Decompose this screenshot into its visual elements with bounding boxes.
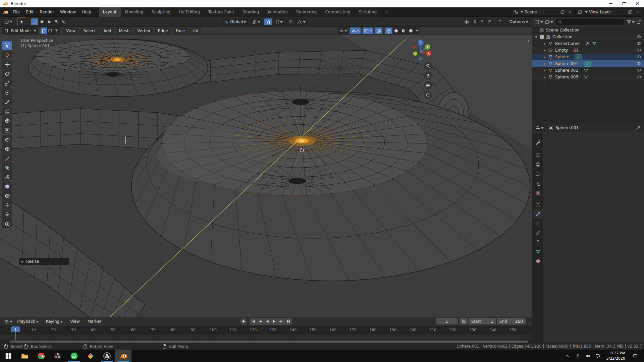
properties-tab-object-data[interactable] bbox=[533, 247, 543, 256]
select-option-extend[interactable] bbox=[38, 18, 46, 25]
mirror-axis-y[interactable]: Y bbox=[479, 18, 486, 25]
unlink-scene-icon[interactable]: × bbox=[567, 9, 573, 15]
timeline-menu-view[interactable]: View bbox=[67, 318, 83, 324]
shading-material-preview[interactable] bbox=[400, 27, 407, 34]
tool-knife[interactable] bbox=[2, 154, 12, 163]
mesh-data-icon[interactable] bbox=[584, 75, 588, 79]
view-layer-selector[interactable]: ▼ View Layer × bbox=[576, 9, 641, 15]
outliner-row-sphere-001[interactable]: ▶ ∇Sphere.001 bbox=[532, 60, 644, 67]
editor-type-button[interactable]: ▼ bbox=[2, 18, 14, 25]
tool-scale[interactable] bbox=[2, 78, 12, 87]
microphone-icon[interactable] bbox=[575, 353, 581, 359]
outliner-row-sphere-003[interactable]: ▶ ∇Sphere.003 bbox=[532, 74, 644, 80]
disclosure-icon[interactable]: ▶ bbox=[544, 49, 548, 52]
properties-tab-render[interactable] bbox=[533, 150, 543, 160]
outliner-row-empty[interactable]: ▶ Empty bbox=[532, 47, 644, 54]
use-preview-range-button[interactable] bbox=[460, 318, 468, 324]
close-button[interactable]: × bbox=[631, 0, 644, 7]
mesh-data-icon[interactable] bbox=[592, 41, 597, 46]
jump-to-prev-keyframe-button[interactable] bbox=[257, 318, 264, 325]
hide-eye-icon[interactable] bbox=[636, 48, 641, 53]
action-center-icon[interactable] bbox=[633, 353, 638, 359]
jump-to-start-button[interactable] bbox=[250, 318, 257, 325]
menu-file[interactable]: File bbox=[10, 8, 23, 16]
toggle-gizmos[interactable]: ▼ bbox=[350, 27, 361, 34]
shading-wireframe[interactable] bbox=[385, 27, 392, 34]
timeline-editor-type-button[interactable]: ▼ bbox=[2, 318, 14, 325]
collapse-region-icon[interactable]: ‹ bbox=[527, 38, 529, 44]
outliner-editor-type-button[interactable]: ▼ bbox=[534, 18, 544, 25]
pivot-point-dropdown[interactable]: ▼ bbox=[250, 18, 262, 25]
viewport-menu-view[interactable]: View bbox=[63, 28, 78, 34]
add-workspace-button[interactable]: + bbox=[381, 10, 393, 14]
workspace-tab-animation[interactable]: Animation bbox=[263, 7, 292, 17]
expand-icon[interactable]: ▶ bbox=[21, 260, 24, 263]
select-option-subtract[interactable] bbox=[46, 18, 53, 25]
tool-shear[interactable] bbox=[2, 210, 12, 219]
mesh-data-icon[interactable] bbox=[584, 68, 588, 73]
minimize-button[interactable] bbox=[604, 0, 617, 7]
mode-dropdown[interactable]: Edit Mode▼ bbox=[2, 27, 38, 34]
tool-poly-build[interactable] bbox=[2, 163, 12, 172]
scene-selector[interactable]: ▼ Scene × bbox=[511, 9, 574, 15]
mirror-axis-x[interactable]: X bbox=[471, 18, 479, 25]
viewport-canvas[interactable] bbox=[0, 35, 532, 317]
properties-tab-view-layer[interactable] bbox=[533, 169, 543, 178]
modifier-wrench-icon[interactable] bbox=[585, 41, 590, 46]
shading-solid[interactable] bbox=[392, 27, 400, 34]
properties-tab-object[interactable] bbox=[533, 200, 543, 209]
volume-icon[interactable] bbox=[585, 353, 591, 359]
tool-measure[interactable] bbox=[2, 107, 12, 116]
clock[interactable]: 8:27 PM 3/22/2020 bbox=[606, 351, 625, 361]
taskbar-davinci-resolve[interactable] bbox=[49, 350, 66, 362]
mirror-axis-z[interactable]: Z bbox=[486, 18, 493, 25]
proportional-editing-toggle[interactable] bbox=[286, 18, 294, 25]
workspace-tab-layout[interactable]: Layout bbox=[99, 7, 121, 17]
playhead-line[interactable] bbox=[15, 332, 16, 340]
play-reverse-button[interactable] bbox=[264, 318, 271, 325]
hide-eye-icon[interactable] bbox=[636, 68, 641, 73]
workspace-tab-compositing[interactable]: Compositing bbox=[321, 7, 355, 17]
outliner-row-beziercurve[interactable]: ▶ ∇BezierCurve bbox=[532, 40, 644, 47]
properties-tab-constraints[interactable] bbox=[533, 238, 543, 247]
proportional-falloff-dropdown[interactable]: ▼ bbox=[295, 18, 307, 25]
active-tool-icon[interactable] bbox=[17, 17, 26, 26]
tool-loop-cut[interactable] bbox=[2, 144, 12, 153]
playhead-badge[interactable]: 1 bbox=[11, 326, 20, 332]
disclosure-icon[interactable]: ▼ bbox=[535, 35, 540, 39]
shading-rendered[interactable] bbox=[407, 27, 415, 34]
menu-edit[interactable]: Edit bbox=[23, 8, 37, 16]
snapping-dropdown[interactable]: ▼ bbox=[273, 18, 284, 25]
pin-icon[interactable] bbox=[636, 125, 641, 130]
tool-annotate[interactable] bbox=[2, 97, 12, 106]
jump-to-next-keyframe-button[interactable] bbox=[278, 318, 285, 325]
timeline-ruler[interactable]: 1020304050607080901001101201301401501601… bbox=[0, 326, 532, 335]
operator-panel[interactable]: ▶ Resize bbox=[19, 258, 69, 265]
image-data-icon[interactable] bbox=[574, 48, 578, 53]
viewport-menu-add[interactable]: Add bbox=[100, 28, 114, 34]
tool-cursor[interactable] bbox=[2, 50, 12, 59]
outliner-row-sphere-002[interactable]: ▶ ∇Sphere.002 bbox=[532, 67, 644, 74]
properties-tab-tool[interactable] bbox=[533, 138, 543, 147]
menu-window[interactable]: Window bbox=[57, 8, 79, 16]
taskbar-spotify[interactable] bbox=[66, 350, 82, 362]
mesh-select-face[interactable] bbox=[53, 27, 60, 34]
tool-bevel[interactable] bbox=[2, 135, 12, 144]
viewport-3d[interactable]: User Perspective (1) Sphere.001 Z Y X ‹ … bbox=[0, 35, 532, 317]
properties-tab-world[interactable] bbox=[533, 188, 543, 197]
blender-logo-icon[interactable] bbox=[3, 9, 9, 15]
outliner-search-input[interactable] bbox=[555, 19, 624, 25]
taskbar-obs-studio[interactable] bbox=[99, 350, 115, 362]
outliner-row-sphere[interactable]: ▶ ∇Sphere bbox=[532, 54, 644, 60]
outliner-filter-button[interactable]: ▼ bbox=[626, 18, 635, 25]
nav-zoom-button[interactable] bbox=[424, 62, 432, 70]
shading-dropdown[interactable]: ▼ bbox=[415, 27, 419, 34]
expand-channel-icon[interactable]: › bbox=[1, 335, 2, 339]
menu-help[interactable]: Help bbox=[79, 8, 94, 16]
tool-edge-slide[interactable] bbox=[2, 191, 12, 200]
new-collection-icon[interactable] bbox=[636, 19, 641, 24]
mesh-data-boxed-icon[interactable] bbox=[575, 54, 582, 60]
workspace-tab-uv-editing[interactable]: UV Editing bbox=[175, 7, 204, 17]
workspace-tab-texture-paint[interactable]: Texture Paint bbox=[204, 7, 238, 17]
outliner-row-collection[interactable]: ▼ ✓ Collection bbox=[532, 34, 644, 40]
